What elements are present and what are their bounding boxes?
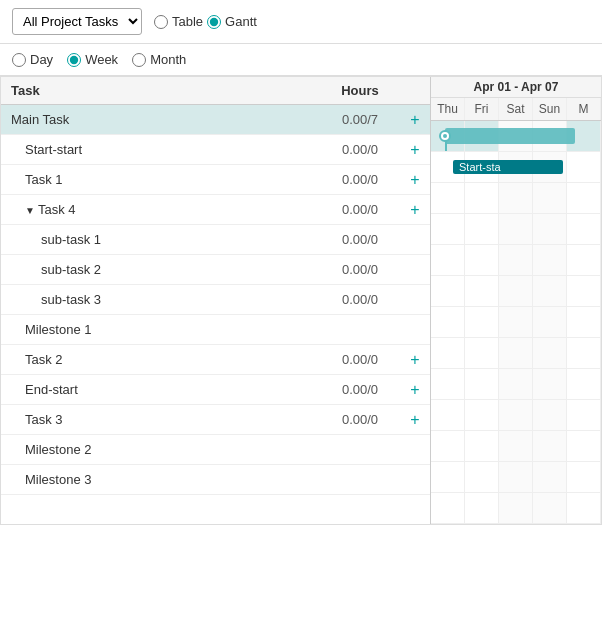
task-name-12[interactable]: Milestone 3 (1, 467, 320, 492)
gantt-cell-mon-5 (567, 276, 601, 306)
row-label: Task 3 (25, 412, 63, 427)
task-name-9[interactable]: End-start (1, 377, 320, 402)
gantt-cell-fri-12 (465, 493, 499, 523)
month-label: Month (150, 52, 186, 67)
gantt-cell-sat-12 (499, 493, 533, 523)
gantt-cell-fri-8 (465, 369, 499, 399)
add-button-3[interactable]: + (400, 201, 430, 219)
gantt-cell-sat-9 (499, 400, 533, 430)
gantt-row-0 (431, 121, 601, 152)
gantt-cell-sun-9 (533, 400, 567, 430)
task-row: Task 10.00/0+ (1, 165, 430, 195)
gantt-cell-sun-5 (533, 276, 567, 306)
task-name-7[interactable]: Milestone 1 (1, 317, 320, 342)
gantt-cell-sun-12 (533, 493, 567, 523)
row-hours-0: 0.00/7 (320, 107, 400, 132)
row-label: Milestone 3 (25, 472, 91, 487)
gantt-date-range: Apr 01 - Apr 07 (431, 77, 601, 98)
table-label: Table (172, 14, 203, 29)
gantt-cell-fri-3 (465, 214, 499, 244)
gantt-cell-sat-6 (499, 307, 533, 337)
gantt-cell-mon-6 (567, 307, 601, 337)
row-hours-7 (320, 325, 400, 335)
task-row: End-start0.00/0+ (1, 375, 430, 405)
day-radio[interactable] (12, 53, 26, 67)
task-row: sub-task 30.00/0 (1, 285, 430, 315)
col-task-header: Task (1, 77, 320, 104)
gantt-cell-thu-2 (431, 183, 465, 213)
task-row: Start-start0.00/0+ (1, 135, 430, 165)
gantt-cell-mon-0 (567, 121, 601, 151)
gantt-row-9 (431, 400, 601, 431)
task-row: sub-task 20.00/0 (1, 255, 430, 285)
add-button-9[interactable]: + (400, 381, 430, 399)
day-option-label[interactable]: Day (12, 52, 53, 67)
task-name-2[interactable]: Task 1 (1, 167, 320, 192)
gantt-row-6 (431, 307, 601, 338)
task-name-4[interactable]: sub-task 1 (1, 227, 320, 252)
collapse-icon[interactable]: ▼ (25, 205, 35, 216)
row-label: Milestone 2 (25, 442, 91, 457)
task-name-10[interactable]: Task 3 (1, 407, 320, 432)
gantt-cell-thu-1 (431, 152, 465, 182)
week-label: Week (85, 52, 118, 67)
task-row: Milestone 1 (1, 315, 430, 345)
gantt-row-4 (431, 245, 601, 276)
month-option-label[interactable]: Month (132, 52, 186, 67)
gantt-cell-fri-7 (465, 338, 499, 368)
gantt-cell-fri-10 (465, 431, 499, 461)
day-fri: Fri (465, 98, 499, 120)
gantt-cell-sun-3 (533, 214, 567, 244)
task-name-1[interactable]: Start-start (1, 137, 320, 162)
gantt-cell-thu-6 (431, 307, 465, 337)
task-name-11[interactable]: Milestone 2 (1, 437, 320, 462)
month-radio[interactable] (132, 53, 146, 67)
gantt-cell-sun-11 (533, 462, 567, 492)
row-hours-12 (320, 475, 400, 485)
toolbar: All Project TasksMy TasksUpcoming Tasks … (0, 0, 602, 44)
date-range-label: Apr 01 - Apr 07 (474, 80, 559, 94)
task-name-5[interactable]: sub-task 2 (1, 257, 320, 282)
gantt-cell-mon-2 (567, 183, 601, 213)
gantt-cell-sat-2 (499, 183, 533, 213)
task-panel: Task Hours Main Task0.00/7+Start-start0.… (1, 77, 431, 524)
week-option-label[interactable]: Week (67, 52, 118, 67)
table-radio[interactable] (154, 15, 168, 29)
task-row: Milestone 2 (1, 435, 430, 465)
gantt-row-2 (431, 183, 601, 214)
gantt-row-7 (431, 338, 601, 369)
day-sat: Sat (499, 98, 533, 120)
gantt-cell-fri-9 (465, 400, 499, 430)
gantt-cell-sat-11 (499, 462, 533, 492)
add-button-1[interactable]: + (400, 141, 430, 159)
row-hours-11 (320, 445, 400, 455)
gantt-header: Apr 01 - Apr 07 Thu Fri Sat Sun M (431, 77, 601, 121)
gantt-radio[interactable] (207, 15, 221, 29)
gantt-cell-thu-11 (431, 462, 465, 492)
day-label: Day (30, 52, 53, 67)
add-button-2[interactable]: + (400, 171, 430, 189)
day-sun: Sun (533, 98, 567, 120)
gantt-cell-thu-5 (431, 276, 465, 306)
view-toggle: Table Gantt (154, 14, 257, 29)
task-name-3[interactable]: ▼ Task 4 (1, 197, 320, 222)
row-label: Main Task (11, 112, 69, 127)
add-button-0[interactable]: + (400, 111, 430, 129)
project-select[interactable]: All Project TasksMy TasksUpcoming Tasks (12, 8, 142, 35)
gantt-cell-sat-4 (499, 245, 533, 275)
table-radio-label[interactable]: Table (154, 14, 203, 29)
week-radio[interactable] (67, 53, 81, 67)
add-button-8[interactable]: + (400, 351, 430, 369)
gantt-cell-sat-0 (499, 121, 533, 151)
row-label: Task 4 (38, 202, 76, 217)
gantt-cell-mon-1 (567, 152, 601, 182)
task-name-8[interactable]: Task 2 (1, 347, 320, 372)
add-button-10[interactable]: + (400, 411, 430, 429)
task-name-0[interactable]: Main Task (1, 107, 320, 132)
gantt-cell-fri-4 (465, 245, 499, 275)
gantt-cell-thu-0 (431, 121, 465, 151)
gantt-radio-label[interactable]: Gantt (207, 14, 257, 29)
row-hours-8: 0.00/0 (320, 347, 400, 372)
task-header: Task Hours (1, 77, 430, 105)
task-name-6[interactable]: sub-task 3 (1, 287, 320, 312)
